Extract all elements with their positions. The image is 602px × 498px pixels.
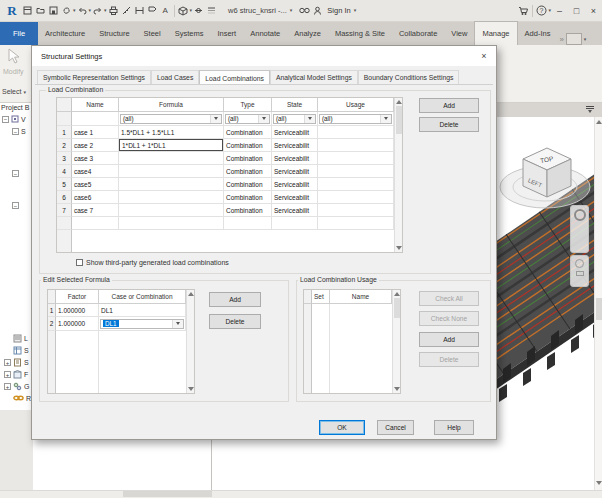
search-icon[interactable] xyxy=(298,3,311,19)
steering-wheel-icon[interactable] xyxy=(574,209,586,221)
tree-item-sheets[interactable]: + S xyxy=(4,358,29,367)
table-row-empty[interactable] xyxy=(57,217,394,230)
aligned-dimension-icon[interactable] xyxy=(133,3,146,19)
tree-item-node[interactable]: − xyxy=(12,170,21,177)
formula-edit-input[interactable]: 1*DL1 + 1*DL1 xyxy=(119,139,223,151)
open-folder-icon[interactable] xyxy=(34,3,47,19)
ribbon-tab-annotate[interactable]: Annotate xyxy=(243,22,287,45)
zoom-icon[interactable] xyxy=(575,259,584,268)
ribbon-tab-collaborate[interactable]: Collaborate xyxy=(392,22,444,45)
text-icon[interactable]: A xyxy=(159,3,172,19)
measure-icon[interactable] xyxy=(120,3,133,19)
scroll-up-icon[interactable] xyxy=(188,292,194,296)
state-filter-dropdown[interactable]: (all) xyxy=(273,114,316,124)
title-caret-icon[interactable]: ▾ xyxy=(290,8,293,13)
dialog-close-icon[interactable]: × xyxy=(472,47,496,65)
expand-icon[interactable]: + xyxy=(4,359,11,366)
user-icon[interactable] xyxy=(311,3,324,19)
help-button[interactable]: Help xyxy=(434,420,474,435)
help-icon[interactable]: ? xyxy=(535,3,548,19)
pan-icon[interactable] xyxy=(576,271,584,276)
tab-symbolic-representation-settings[interactable]: Symbolic Representation Settings xyxy=(37,70,151,84)
load-combination-add-button[interactable]: Add xyxy=(419,98,479,113)
tag-icon[interactable] xyxy=(146,3,159,19)
ribbon-tab-systems[interactable]: Systems xyxy=(168,22,211,45)
panel-state-caret-icon[interactable]: ▾ xyxy=(584,37,587,42)
panel-collapse-icon[interactable] xyxy=(586,106,594,113)
collapse-icon[interactable]: − xyxy=(12,202,19,209)
scrollbar-thumb[interactable] xyxy=(394,298,400,318)
tree-item-schedules[interactable]: S xyxy=(13,346,29,355)
close-button[interactable]: × xyxy=(585,3,602,19)
print-icon[interactable] xyxy=(107,3,120,19)
table-vertical-scrollbar[interactable] xyxy=(394,98,402,252)
expand-icon[interactable]: + xyxy=(4,371,11,378)
view-vertical-scrollbar[interactable] xyxy=(594,117,602,490)
scroll-up-icon[interactable] xyxy=(396,100,402,104)
collapse-icon[interactable]: − xyxy=(2,116,9,123)
usage-add-button[interactable]: Add xyxy=(419,332,479,347)
ribbon-tab-view[interactable]: View xyxy=(444,22,474,45)
dropdown-icon[interactable] xyxy=(304,115,315,123)
ribbon-tab-architecture[interactable]: Architecture xyxy=(38,22,92,45)
minimize-button[interactable]: – xyxy=(551,3,568,19)
third-party-checkbox[interactable] xyxy=(76,259,83,266)
dropdown-icon[interactable] xyxy=(258,115,269,123)
tab-overflow-icon[interactable]: » xyxy=(559,35,563,44)
table-vertical-scrollbar[interactable] xyxy=(186,290,194,393)
collapse-icon[interactable]: − xyxy=(12,128,19,135)
tab-load-cases[interactable]: Load Cases xyxy=(151,70,199,84)
tab-load-combinations[interactable]: Load Combinations xyxy=(199,70,270,85)
ribbon-tab-analyze[interactable]: Analyze xyxy=(287,22,328,45)
edit-formula-add-button[interactable]: Add xyxy=(209,292,261,307)
scroll-up-icon[interactable] xyxy=(394,292,400,296)
default-3d-view-icon[interactable] xyxy=(177,3,190,19)
load-combination-delete-button[interactable]: Delete xyxy=(419,117,479,132)
window-icon[interactable] xyxy=(21,3,34,19)
panel-state-icon[interactable] xyxy=(566,33,582,45)
cancel-button[interactable]: Cancel xyxy=(377,420,414,435)
navigation-bar[interactable] xyxy=(570,205,589,253)
redo-icon[interactable] xyxy=(91,3,104,19)
ribbon-tab-manage[interactable]: Manage xyxy=(474,21,517,45)
modify-arrow-icon[interactable] xyxy=(7,48,22,66)
tab-boundary-conditions-settings[interactable]: Boundary Conditions Settings xyxy=(358,70,460,84)
ribbon-tab-insert[interactable]: Insert xyxy=(210,22,243,45)
revit-logo[interactable]: R xyxy=(3,2,21,20)
expand-icon[interactable]: + xyxy=(4,383,11,390)
scrollbar-thumb[interactable] xyxy=(396,106,402,134)
ribbon-tab-structure[interactable]: Structure xyxy=(92,22,136,45)
usage-filter-dropdown[interactable]: (all) xyxy=(319,114,392,124)
ribbon-tab-massing-site[interactable]: Massing & Site xyxy=(328,22,392,45)
undo-icon[interactable] xyxy=(76,3,89,19)
dropdown-icon[interactable] xyxy=(172,320,183,328)
thin-lines-icon[interactable] xyxy=(205,3,218,19)
usage-delete-button[interactable]: Delete xyxy=(419,352,479,367)
edit-formula-delete-button[interactable]: Delete xyxy=(209,314,261,329)
tree-item-groups[interactable]: + G xyxy=(4,382,29,391)
collapse-icon[interactable]: − xyxy=(12,170,19,177)
ok-button[interactable]: OK xyxy=(319,420,365,435)
dropdown-icon[interactable] xyxy=(210,115,221,123)
horizontal-scrollbar-thumb[interactable] xyxy=(123,491,212,497)
case-combobox[interactable]: DL1 xyxy=(100,319,184,329)
dialog-titlebar[interactable]: Structural Settings × xyxy=(32,46,496,66)
ribbon-tab-file[interactable]: File xyxy=(0,22,38,45)
table-vertical-scrollbar[interactable] xyxy=(392,290,400,393)
sync-icon[interactable] xyxy=(60,3,73,19)
tree-item-families[interactable]: + F xyxy=(4,370,28,379)
usage-check-none-button[interactable]: Check None xyxy=(419,311,479,326)
navigation-bar-zoom[interactable] xyxy=(570,255,589,287)
select-dropdown[interactable]: Select ▾ xyxy=(2,88,26,95)
ribbon-tab-steel[interactable]: Steel xyxy=(137,22,168,45)
tree-item-node[interactable]: − xyxy=(12,202,21,209)
scroll-up-icon[interactable] xyxy=(596,120,602,124)
tab-analytical-model-settings[interactable]: Analytical Model Settings xyxy=(270,70,358,84)
tree-item-structural-plans[interactable]: − S xyxy=(12,128,26,135)
tree-item-revit-links[interactable]: R xyxy=(13,394,31,402)
scroll-down-icon[interactable] xyxy=(394,387,400,391)
tree-item-legends[interactable]: L xyxy=(13,334,28,343)
scroll-down-icon[interactable] xyxy=(396,246,402,250)
cart-icon[interactable] xyxy=(517,3,530,19)
scrollbar-thumb[interactable] xyxy=(596,298,602,320)
